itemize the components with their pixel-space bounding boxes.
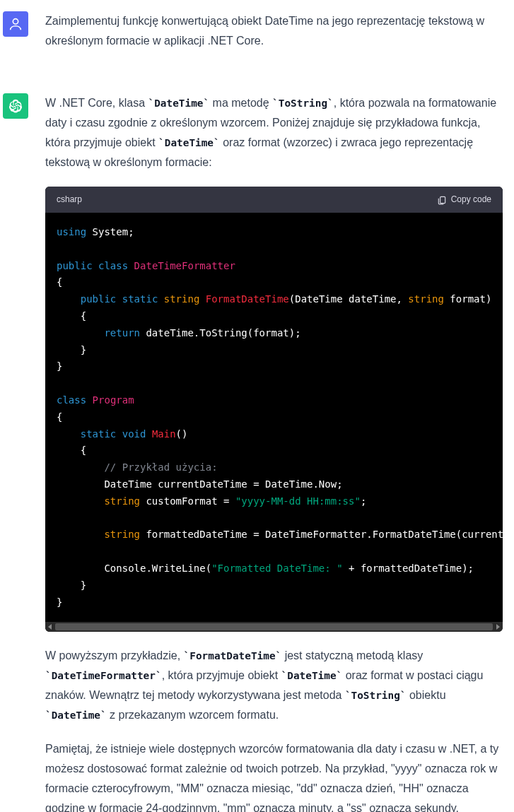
tok: public [57, 260, 93, 271]
tok: class [57, 394, 86, 406]
tok: formattedDateTime = DateTimeFormatter.Fo… [140, 529, 503, 540]
explain-seg: W powyższym przykładzie, [45, 649, 184, 661]
tok: void [122, 428, 146, 440]
assistant-explain: W powyższym przykładzie, `FormatDateTime… [45, 646, 503, 725]
horizontal-scrollbar[interactable] [45, 622, 503, 632]
svg-point-0 [13, 19, 18, 24]
clipboard-icon [437, 195, 447, 205]
assistant-message-content: W .NET Core, klasa `DateTime` ma metodę … [45, 93, 514, 812]
assistant-message-row: W .NET Core, klasa `DateTime` ma metodę … [0, 76, 514, 812]
copy-code-label: Copy code [451, 192, 491, 207]
tok: + formattedDateTime); [343, 563, 474, 574]
tok: FormatDateTime [206, 293, 289, 305]
svg-rect-1 [440, 196, 445, 203]
tok: string [164, 293, 200, 305]
tok: class [98, 260, 128, 271]
tok: customFormat = [140, 495, 235, 507]
code-content: using System; public class DateTimeForma… [45, 213, 503, 622]
copy-code-button[interactable]: Copy code [437, 192, 491, 207]
user-message-content: Zaimplementuj funkcję konwertującą obiek… [45, 11, 514, 65]
inline-code-tostring: `ToString` [345, 690, 407, 701]
explain-seg: jest statyczną metodą klasy [281, 649, 423, 661]
inline-code-datetime: `DateTime` [148, 98, 210, 109]
tok: format) [444, 293, 491, 305]
tok: string [408, 293, 444, 305]
code-block: csharp Copy code using System; public cl… [45, 187, 503, 632]
inline-code-datetimeformatter: `DateTimeFormatter` [45, 670, 162, 681]
tok: string [104, 495, 140, 507]
code-header: csharp Copy code [45, 187, 503, 213]
tok: // Przykład użycia: [104, 461, 217, 473]
tok: DateTimeFormatter [134, 260, 235, 271]
openai-icon [8, 98, 23, 114]
tok: Main [152, 428, 176, 440]
assistant-intro: W .NET Core, klasa `DateTime` ma metodę … [45, 93, 503, 172]
tok: DateTime currentDateTime = DateTime.Now; [104, 478, 342, 490]
inline-code-datetime: `DateTime` [281, 670, 343, 681]
tok: using [57, 226, 86, 237]
explain-seg: , która przyjmuje obiekt [162, 669, 281, 681]
tok: dateTime.ToString(format); [140, 327, 301, 339]
tok: public [81, 293, 117, 305]
tok: string [104, 529, 140, 540]
assistant-avatar [3, 93, 28, 119]
code-scroll-area[interactable]: using System; public class DateTimeForma… [45, 213, 503, 622]
tok: static [122, 293, 158, 305]
intro-seg: ma metodę [209, 97, 272, 109]
person-icon [8, 16, 23, 32]
intro-seg: W .NET Core, klasa [45, 97, 148, 109]
scrollbar-thumb[interactable] [55, 623, 493, 630]
inline-code-datetime: `DateTime` [158, 137, 220, 148]
code-language-label: csharp [57, 192, 82, 207]
tok: Program [93, 394, 134, 406]
user-avatar [3, 11, 28, 37]
explain-seg: obiektu [407, 689, 446, 701]
inline-code-tostring: `ToString` [272, 98, 334, 109]
tok: "yyyy-MM-dd HH:mm:ss" [235, 495, 361, 507]
inline-code-datetime: `DateTime` [45, 710, 107, 721]
inline-code-formatdatetime: `FormatDateTime` [184, 650, 282, 661]
assistant-note: Pamiętaj, że istnieje wiele dostępnych w… [45, 739, 503, 812]
user-text: Zaimplementuj funkcję konwertującą obiek… [45, 11, 503, 51]
tok: System; [86, 226, 134, 237]
tok: return [104, 327, 140, 339]
tok: Console.WriteLine( [104, 563, 211, 574]
user-message-row: Zaimplementuj funkcję konwertującą obiek… [0, 0, 514, 76]
tok: static [81, 428, 117, 440]
tok: (DateTime dateTime, [289, 293, 409, 305]
explain-seg: z przekazanym wzorcem formatu. [107, 709, 279, 721]
tok: "Formatted DateTime: " [211, 563, 342, 574]
tok: () [176, 428, 188, 440]
